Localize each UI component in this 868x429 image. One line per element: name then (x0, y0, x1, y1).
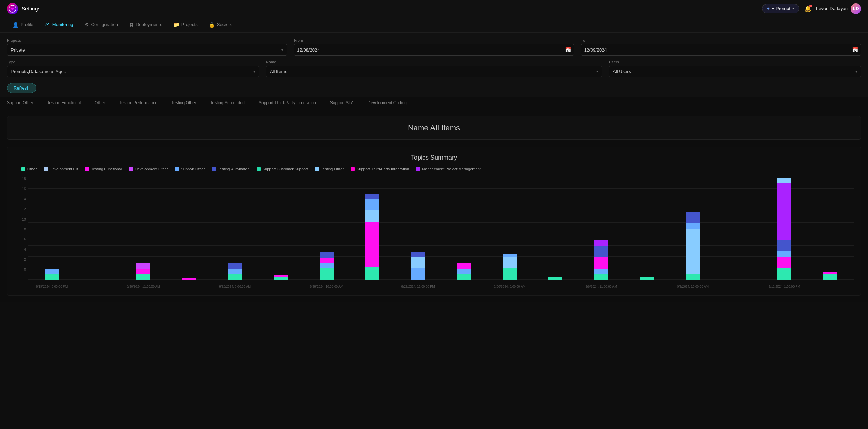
prompt-button[interactable]: + + Prompt ▾ (762, 4, 799, 13)
bar-group (808, 177, 853, 280)
x-label: 8/19/2024, 3:00:00 PM (30, 285, 74, 288)
bar-stack (823, 272, 837, 280)
app-title: Settings (22, 6, 40, 12)
bar-segment (503, 268, 517, 280)
x-label (76, 285, 120, 288)
bar-segment (320, 268, 334, 280)
bar-segment (686, 212, 700, 223)
legend-label: Testing.Functional (91, 167, 122, 171)
x-label: 8/28/2024, 10:00:00 AM (304, 285, 349, 288)
bar-segment (320, 258, 334, 263)
legend-label: Support.Third-Party Integration (357, 167, 409, 171)
from-input-wrap: 📅 (294, 44, 574, 56)
nav-item-profile[interactable]: 👤 Profile (7, 17, 39, 32)
bar-segment (457, 274, 471, 280)
projects-icon: 📁 (173, 22, 179, 28)
topbar-right: + + Prompt ▾ 🔔 Levon Dadayan LD (762, 3, 861, 14)
bar-stack (45, 269, 59, 280)
chart-inner: 8/19/2024, 3:00:00 PM8/20/2024, 11:00:00… (28, 177, 854, 288)
nav-item-monitoring[interactable]: Monitoring (39, 17, 79, 32)
topbar: Settings + + Prompt ▾ 🔔 Levon Dadayan LD (0, 0, 868, 17)
bar-segment (182, 278, 196, 280)
to-calendar-icon[interactable]: 📅 (852, 47, 858, 53)
legend-item: Testing.Other (315, 167, 344, 171)
legend-item: Development.Git (44, 167, 78, 171)
type-select[interactable]: Prompts,Datasources,Age... ▾ (7, 66, 259, 77)
nav-item-projects[interactable]: 📁 Projects (168, 17, 203, 32)
bar-segment (365, 199, 379, 210)
legend-color (351, 167, 355, 171)
bar-segment (136, 274, 150, 280)
users-select[interactable]: All Users ▾ (609, 66, 861, 77)
bar-group (30, 177, 74, 280)
x-label (167, 285, 212, 288)
y-tick: 12 (22, 207, 26, 211)
bar-segment (365, 267, 379, 280)
y-tick: 8 (24, 227, 26, 231)
x-label (533, 285, 578, 288)
nav-item-deployments[interactable]: ▦ Deployments (124, 17, 168, 32)
bar-segment (457, 263, 471, 269)
topic-item: Testing.Performance (119, 100, 157, 105)
bar-segment (503, 257, 517, 268)
nav-item-configuration[interactable]: ⚙ Configuration (79, 17, 124, 32)
x-label: 8/23/2024, 8:00:00 AM (213, 285, 257, 288)
bar-segment (548, 277, 562, 280)
legend-label: Testing.Other (321, 167, 344, 171)
bar-stack (411, 252, 425, 280)
from-filter: From 📅 (294, 38, 574, 56)
users-label: Users (609, 60, 861, 64)
legend-label: Development.Git (50, 167, 78, 171)
projects-chevron: ▾ (281, 48, 283, 52)
bar-stack (503, 254, 517, 280)
bar-segment (777, 183, 791, 240)
bar-segment (320, 252, 334, 258)
x-label: 9/6/2024, 11:00:00 AM (579, 285, 624, 288)
x-label: 9/11/2024, 1:00:00 PM (762, 285, 807, 288)
y-tick: 14 (22, 197, 26, 201)
to-input[interactable] (584, 47, 850, 53)
bars-container (28, 177, 854, 280)
users-chevron: ▾ (855, 70, 857, 74)
avatar: LD (851, 3, 861, 14)
notification-button[interactable]: 🔔 (804, 5, 811, 12)
from-calendar-icon[interactable]: 📅 (565, 47, 571, 53)
topic-item: Support.SLA (330, 100, 354, 105)
legend-color (212, 167, 216, 171)
secrets-icon: 🔒 (209, 22, 215, 28)
bar-segment (777, 257, 791, 268)
bar-stack (365, 194, 379, 280)
to-filter: To 📅 (581, 38, 861, 56)
chevron-down-icon: ▾ (792, 7, 794, 10)
prompt-label: + Prompt (772, 6, 790, 11)
bar-stack (548, 277, 562, 280)
bar-group (717, 177, 761, 280)
bar-segment (365, 222, 379, 267)
legend-item: Support.Third-Party Integration (351, 167, 409, 171)
projects-select[interactable]: Private ▾ (7, 44, 287, 56)
bar-segment (228, 269, 242, 274)
x-label (259, 285, 303, 288)
legend-item: Development.Other (129, 167, 168, 171)
bar-segment (686, 229, 700, 274)
topic-item: Testing.Functional (47, 100, 81, 105)
nav-label-profile: Profile (21, 22, 33, 27)
user-name: Levon Dadayan (816, 6, 848, 11)
bar-group (76, 177, 120, 280)
nav-item-secrets[interactable]: 🔒 Secrets (203, 17, 238, 32)
legend-color (44, 167, 48, 171)
legend-label: Support.Other (181, 167, 205, 171)
bar-group (350, 177, 395, 280)
legend-color (315, 167, 319, 171)
from-label: From (294, 38, 574, 43)
user-menu[interactable]: Levon Dadayan LD (816, 3, 861, 14)
chart-area: 181614121086420 8/19/2024, 3:00:00 PM8/2… (14, 177, 854, 288)
chart-title: Topics Summary (14, 154, 854, 161)
notification-dot (809, 5, 812, 7)
name-select[interactable]: All Items ▾ (266, 66, 602, 77)
refresh-button[interactable]: Refresh (7, 83, 36, 93)
bar-segment (777, 240, 791, 251)
legend-item: Support.Customer Support (257, 167, 308, 171)
bar-segment (411, 252, 425, 257)
from-input[interactable] (297, 47, 563, 53)
